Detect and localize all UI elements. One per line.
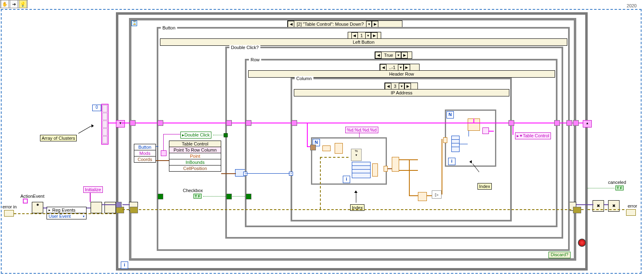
event-data-mods: Mods [134,150,155,157]
event-data-node[interactable]: Button Mods Coords [134,144,156,163]
wire [156,160,169,161]
wire [473,118,474,123]
chevron-down-icon[interactable]: ▼ [399,83,404,89]
chevron-left-icon[interactable]: ◀ [351,32,358,39]
bundle-output[interactable] [482,127,489,134]
wire [102,204,116,205]
reg-events-source: User Event [49,214,71,219]
shift-register-left[interactable]: ▼ [116,120,125,127]
highlight-tool-button[interactable]: 💡 [19,0,27,8]
sort-array-node[interactable] [418,192,427,201]
chevron-right-icon[interactable]: ▶ [404,83,411,89]
wire [469,131,469,136]
wire [43,208,47,208]
discard-terminal[interactable]: Discard? [549,252,571,258]
array-index[interactable]: 0 [92,105,101,111]
index-array-inner[interactable] [451,136,460,152]
chevron-down-icon[interactable]: ▼ [398,64,404,71]
checkbox-constant[interactable]: T F [193,194,202,199]
tunnel [573,207,581,213]
shift-register-right[interactable]: ▲ [583,120,592,127]
case-row-selector-term: ? [243,172,247,176]
invoke-node-ref: Table Control [169,141,221,147]
chevron-left-icon[interactable]: ◀ [380,64,386,71]
chevron-left-icon[interactable]: ◀ [375,52,382,58]
invoke-node-p1: Point [169,153,221,159]
select-node[interactable]: ▷ [432,190,442,199]
chevron-down-icon[interactable]: ▼ [395,52,401,58]
event-next-icon[interactable]: ▶ [372,21,378,27]
table-control-local[interactable]: ▸✦Table Control [515,132,551,139]
double-click-element[interactable]: ▸Double Click [180,132,211,139]
initialize-local[interactable]: Initialize [83,186,103,193]
wire [156,146,158,147]
scan-from-string-node[interactable]: %▾ [351,149,362,161]
wire [320,157,349,158]
array-of-clusters-label: Array of Clusters [40,135,77,141]
case-button-label: Button [161,25,177,30]
event-data-button: Button [134,144,155,150]
pan-tool-button[interactable]: ✋ [1,0,9,8]
case-row-label: Row [249,57,261,62]
tunnel [566,120,572,126]
tunnel [246,194,251,199]
chevron-left-icon[interactable]: ◀ [385,83,391,89]
chevron-right-icon[interactable]: ▶ [371,32,378,39]
dynamic-event-terminal-2[interactable] [104,202,116,213]
error-in-terminal[interactable] [4,210,14,217]
error-wire-through [122,209,584,210]
event-dropdown-icon[interactable]: ▼ [366,21,372,27]
block-diagram: ✋ ➔ 💡 2020 error in ActionEvent ✱ ▸Reg E… [0,0,644,275]
chevron-down-icon[interactable]: ▼ [365,32,371,39]
dynamic-event-terminal-1[interactable] [91,202,102,213]
index-array-node[interactable] [322,145,331,151]
stop-terminal[interactable] [578,239,586,247]
index-array-2[interactable] [392,157,399,172]
tunnel [130,120,135,126]
timeout-terminal[interactable]: ⌛ [131,20,137,26]
annotation-arrowhead [91,124,94,127]
toolbar: ✋ ➔ 💡 [0,0,28,8]
event-prev-icon[interactable]: ◀ [288,21,294,27]
wire [246,173,290,174]
case-column-selector-term: ? [289,172,293,176]
wire [307,123,308,146]
while-loop-i: i [121,262,128,269]
invoke-node[interactable]: Table Control Point To Row Column Point … [169,141,221,172]
unbundle-mods[interactable] [161,150,167,156]
wire [109,123,117,123]
reg-events-title: Reg Events [52,208,76,212]
chevron-right-icon[interactable]: ▶ [404,64,410,71]
year-label: 2020 [625,3,638,8]
index-label-2: Index [477,183,492,190]
wire [409,195,418,196]
tunnel [158,194,163,199]
event-data-coords: Coords [134,157,155,162]
for-loop-2-N: N [446,111,454,118]
arrow-icon: ➔ [12,2,16,7]
arrow-tool-button[interactable]: ➔ [10,0,18,8]
bundle-node[interactable] [372,163,378,177]
canceled-indicator[interactable]: T F [615,186,624,190]
error-out-terminal[interactable] [626,209,636,216]
case-doubleclick-selector[interactable]: ◀ True ▼ ▶ [375,51,412,59]
case-column-label: Column [295,76,313,81]
error-wire [14,213,116,214]
wire [213,135,224,135]
format-string-constant[interactable]: %d.%d.%d.%d [345,127,378,133]
wire [588,188,615,188]
unbundle-node[interactable] [335,143,343,154]
array-constant[interactable]: 0 [101,104,109,145]
autoindex-tunnel [384,166,388,172]
action-event-constant[interactable] [23,199,28,203]
chevron-right-icon[interactable]: ▶ [401,52,408,58]
wire [320,157,321,209]
build-array-node[interactable] [352,162,371,178]
tunnel [116,202,122,208]
tunnel [246,120,251,126]
case-button-band: Left Button [160,38,567,46]
action-event-label: ActionEvent [20,194,44,199]
invoke-node-method: Point To Row Column [169,147,221,153]
create-user-event-node[interactable]: ✱ [32,202,43,213]
autoindex-tunnel [443,137,447,143]
